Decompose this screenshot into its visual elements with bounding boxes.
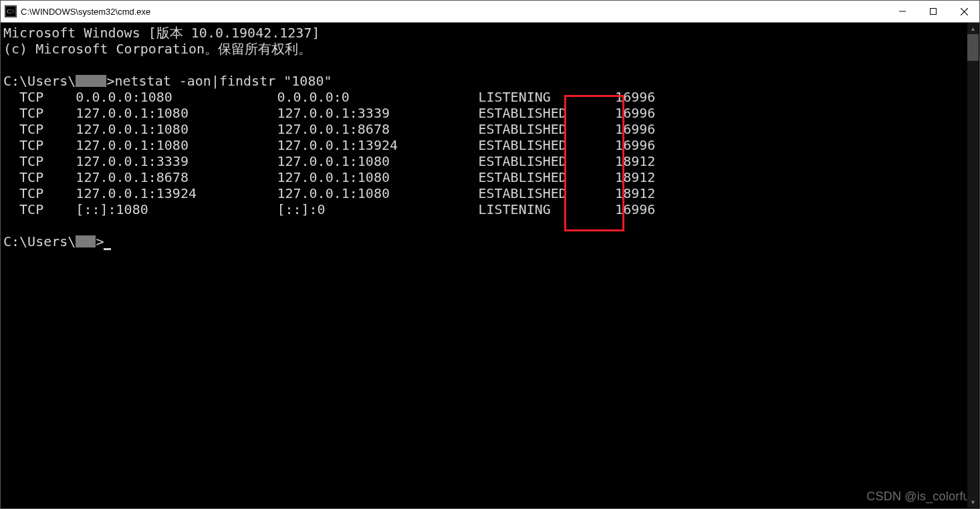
vertical-scrollbar[interactable]: ▲ ▼ — [967, 23, 979, 508]
netstat-row: TCP 0.0.0.0:1080 0.0.0.0:0 LISTENING 169… — [3, 89, 979, 105]
prompt-prefix-2: C:\Users\ — [3, 233, 76, 249]
watermark: CSDN @is_colorful — [866, 488, 973, 504]
maximize-button[interactable] — [918, 1, 949, 22]
command-text: netstat -aon|findstr "1080" — [114, 73, 332, 89]
prompt-suffix: > — [106, 73, 114, 89]
window-controls — [887, 1, 979, 22]
cursor — [104, 248, 111, 250]
terminal-area[interactable]: Microsoft Windows [版本 10.0.19042.1237] (… — [1, 23, 979, 508]
scroll-up-button[interactable]: ▲ — [967, 23, 979, 34]
minimize-button[interactable] — [887, 1, 918, 22]
banner-line1: Microsoft Windows [版本 10.0.19042.1237] — [3, 25, 979, 41]
blank-line — [3, 57, 979, 73]
scroll-down-button[interactable]: ▼ — [967, 496, 979, 508]
cmd-icon: C:\ — [5, 5, 17, 17]
prompt-suffix-2: > — [96, 233, 104, 249]
netstat-row: TCP 127.0.0.1:8678 127.0.0.1:1080 ESTABL… — [3, 169, 979, 185]
blank-line-2 — [3, 217, 979, 233]
scroll-thumb[interactable] — [967, 34, 979, 61]
svg-text:C:\: C:\ — [7, 8, 15, 15]
window-title: C:\WINDOWS\system32\cmd.exe — [21, 7, 887, 17]
banner-line2: (c) Microsoft Corporation。保留所有权利。 — [3, 41, 979, 57]
prompt-idle-line: C:\Users\> — [3, 233, 979, 249]
netstat-output: TCP 0.0.0.0:1080 0.0.0.0:0 LISTENING 169… — [3, 89, 979, 217]
svg-rect-4 — [931, 9, 937, 15]
cmd-window: C:\ C:\WINDOWS\system32\cmd.exe Microsof… — [0, 0, 980, 509]
netstat-row: TCP 127.0.0.1:1080 127.0.0.1:8678 ESTABL… — [3, 121, 979, 137]
prompt-command-line: C:\Users\>netstat -aon|findstr "1080" — [3, 73, 979, 89]
netstat-row: TCP 127.0.0.1:1080 127.0.0.1:3339 ESTABL… — [3, 105, 979, 121]
close-button[interactable] — [949, 1, 979, 22]
netstat-row: TCP 127.0.0.1:13924 127.0.0.1:1080 ESTAB… — [3, 185, 979, 201]
prompt-prefix: C:\Users\ — [3, 73, 76, 89]
redacted-username-2 — [76, 235, 96, 247]
redacted-username — [76, 75, 106, 87]
netstat-row: TCP 127.0.0.1:1080 127.0.0.1:13924 ESTAB… — [3, 137, 979, 153]
netstat-row: TCP 127.0.0.1:3339 127.0.0.1:1080 ESTABL… — [3, 153, 979, 169]
netstat-row: TCP [::]:1080 [::]:0 LISTENING 16996 — [3, 201, 979, 217]
title-bar[interactable]: C:\ C:\WINDOWS\system32\cmd.exe — [1, 1, 979, 23]
